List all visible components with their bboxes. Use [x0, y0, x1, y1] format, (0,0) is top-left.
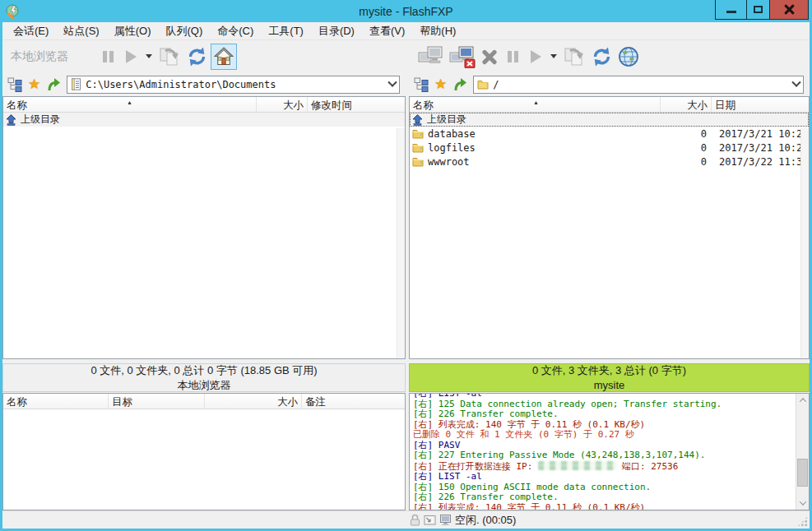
close-icon [784, 4, 795, 15]
folder-tree-icon[interactable] [414, 77, 429, 92]
scrollbar-thumb[interactable] [797, 459, 808, 487]
queue-header: 名称 目标 大小 备注 [3, 394, 405, 409]
menu-item-directory[interactable]: 目录(D) [311, 22, 362, 40]
menu-item-session[interactable]: 会话(E) [6, 22, 56, 40]
folder-tree-icon[interactable] [7, 77, 22, 92]
menubar: 会话(E) 站点(S) 属性(O) 队列(Q) 命令(C) 工具(T) 目录(D… [2, 22, 810, 40]
remote-list-scrollbar[interactable] [800, 128, 809, 358]
favorites-star-icon[interactable]: ★ [28, 78, 40, 91]
combo-dropdown-icon[interactable] [791, 77, 800, 86]
remote-pathbar: ★ / [409, 72, 810, 96]
menu-item-view[interactable]: 查看(V) [362, 22, 412, 40]
pause-icon [103, 51, 114, 62]
scroll-up-icon[interactable] [796, 394, 809, 407]
up-directory-icon[interactable] [46, 77, 61, 92]
queue-column-name[interactable]: 名称 [3, 394, 109, 409]
panel-status-row: 0 文件, 0 文件夹, 0 总计 0 字节 (18.85 GB 可用) 本地浏… [2, 359, 810, 392]
column-header-size[interactable]: 大小 [257, 97, 308, 112]
queue-column-target[interactable]: 目标 [109, 394, 205, 409]
remote-start-dropdown-icon[interactable] [550, 54, 557, 58]
bottom-panels: 名称 目标 大小 备注 [右] LIST -al [右] 125 Data co… [2, 392, 810, 510]
column-header-date[interactable]: 日期 [712, 97, 809, 112]
queue-column-remark[interactable]: 备注 [302, 394, 405, 409]
local-status-box: 0 文件, 0 文件夹, 0 总计 0 字节 (18.85 GB 可用) 本地浏… [2, 363, 406, 392]
local-path-combobox[interactable]: C:\Users\Administrator\Documents [67, 76, 400, 94]
log-scrollbar[interactable] [796, 394, 809, 510]
log-content[interactable]: [右] LIST -al [右] 125 Data connection alr… [413, 393, 795, 510]
remote-transfer-queue-button[interactable] [560, 44, 588, 70]
remote-path-combobox[interactable]: / [473, 76, 804, 94]
menu-item-help[interactable]: 帮助(H) [412, 22, 463, 40]
resize-grip[interactable] [797, 516, 808, 527]
column-header-name[interactable]: 名称 ▲ [410, 97, 661, 112]
local-path-value: C:\Users\Administrator\Documents [86, 79, 385, 90]
document-icon [71, 78, 81, 90]
combo-dropdown-icon[interactable] [387, 77, 397, 86]
remote-refresh-button[interactable] [588, 44, 615, 70]
queue-column-size[interactable]: 大小 [205, 394, 302, 409]
remote-pause-button[interactable] [501, 44, 524, 70]
local-list-scrollbar[interactable] [397, 128, 405, 358]
remote-row-database[interactable]: database 0 2017/3/21 10:21 [410, 127, 809, 141]
menu-item-queue[interactable]: 队列(Q) [158, 22, 210, 40]
file-size: 0 [661, 156, 712, 168]
remote-file-list: 名称 ▲ 大小 日期 [409, 96, 810, 359]
log-line: [右] 列表完成: 140 字节 于 0.11 秒 (0.1 KB/秒) [413, 503, 795, 510]
log-line: [右] 227 Entering Passive Mode (43,248,13… [413, 450, 795, 461]
menu-item-tools[interactable]: 工具(T) [261, 22, 311, 40]
remote-row-wwwroot[interactable]: wwwroot 0 2017/3/22 11:33 [410, 155, 809, 169]
local-toolbar: 本地浏览器 [2, 40, 406, 72]
remote-row-logfiles[interactable]: logfiles 0 2017/3/21 10:21 [410, 141, 809, 155]
transfer-queue-panel: 名称 目标 大小 备注 [2, 393, 406, 510]
remote-start-button[interactable] [524, 44, 547, 70]
toolbars: 本地浏览器 [2, 40, 810, 72]
local-pause-button[interactable] [96, 44, 119, 70]
connect-icon [418, 45, 444, 68]
column-header-modified[interactable]: 修改时间 [308, 97, 405, 112]
parent-directory-row[interactable]: 上级目录 [410, 113, 809, 127]
maximize-icon [754, 6, 763, 13]
minimize-button[interactable] [715, 0, 747, 20]
client-area: 会话(E) 站点(S) 属性(O) 队列(Q) 命令(C) 工具(T) 目录(D… [2, 22, 810, 529]
menu-item-sites[interactable]: 站点(S) [56, 22, 106, 40]
local-list-header: 名称 ▲ 大小 修改时间 [3, 97, 405, 113]
remote-connect-button[interactable] [415, 44, 447, 70]
local-start-button[interactable] [119, 44, 142, 70]
scroll-down-icon[interactable] [796, 496, 809, 510]
menu-item-options[interactable]: 属性(O) [107, 22, 159, 40]
column-header-name[interactable]: 名称 ▲ [3, 97, 257, 112]
up-directory-icon[interactable] [452, 77, 467, 92]
maximize-button[interactable] [747, 0, 770, 20]
local-list-body: 上级目录 [3, 113, 405, 358]
file-date: 2017/3/21 10:21 [712, 142, 809, 154]
pathbars: ★ C:\Users\Administrator\Documents [2, 72, 810, 96]
remote-globe-button[interactable] [615, 44, 642, 70]
parent-directory-row[interactable]: 上级目录 [3, 113, 405, 127]
remote-disconnect-button[interactable] [447, 44, 478, 70]
remote-site-label: mysite [594, 378, 625, 393]
flashfxp-window: mysite - FlashFXP 会话(E) 站点(S) 属性(O) 队列(Q… [0, 0, 812, 531]
local-start-dropdown-icon[interactable] [146, 54, 152, 58]
local-refresh-button[interactable] [183, 44, 211, 70]
log-panel: [右] LIST -al [右] 125 Data connection alr… [409, 393, 810, 510]
remote-path-value: / [493, 79, 789, 90]
remote-list-body: 上级目录 da [410, 113, 809, 358]
local-home-button[interactable] [211, 44, 237, 70]
remote-toolbar [409, 40, 810, 72]
favorites-star-icon[interactable]: ★ [434, 78, 447, 91]
file-date: 2017/3/21 10:21 [712, 128, 809, 140]
close-button[interactable] [770, 0, 809, 20]
file-name: database [428, 128, 476, 140]
menu-item-commands[interactable]: 命令(C) [210, 22, 261, 40]
column-header-size[interactable]: 大小 [661, 97, 712, 112]
file-date: 2017/3/22 11:33 [712, 156, 809, 168]
log-line: 已删除 0 文件 和 1 文件夹 (0 字节) 于 0.27 秒 [413, 430, 795, 441]
local-status-counts: 0 文件, 0 文件夹, 0 总计 0 字节 (18.85 GB 可用) [90, 363, 317, 378]
folder-icon [412, 143, 424, 153]
titlebar[interactable]: mysite - FlashFXP [0, 0, 812, 22]
local-transfer-queue-button[interactable] [155, 44, 183, 70]
remote-abort-button[interactable] [478, 44, 501, 70]
disconnect-icon [449, 45, 476, 68]
up-level-icon [412, 114, 423, 126]
queue-body[interactable] [3, 409, 405, 510]
